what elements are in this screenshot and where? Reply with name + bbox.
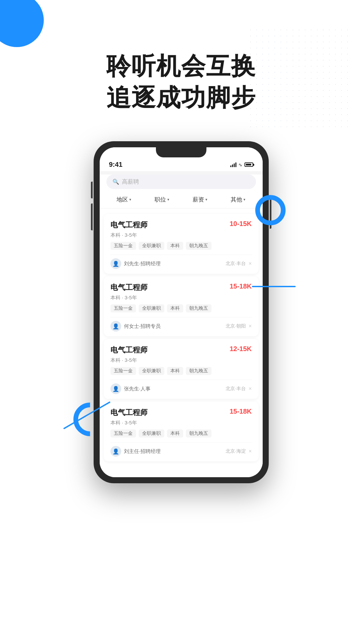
job-footer-2: 👤 张先生·人事 北京·丰台 × — [110, 380, 252, 394]
job-location-1: 北京·朝阳 × — [226, 323, 252, 329]
bg-circle-decoration — [0, 0, 44, 47]
location-text-3: 北京·海淀 — [226, 448, 246, 454]
job-meta-1: 本科 · 3-5年 — [110, 295, 252, 301]
job-tags-3: 五险一金 全职兼职 本科 朝九晚五 — [110, 429, 252, 438]
location-text-2: 北京·丰台 — [226, 386, 246, 392]
tag-1-2: 本科 — [167, 304, 183, 312]
recruiter-avatar-0: 👤 — [110, 258, 121, 269]
job-salary-2: 12-15K — [230, 345, 252, 353]
recruiter-name-1: 何女士·招聘专员 — [124, 323, 161, 330]
phone-content: 🔍 高薪聘 地区 ▾ 职位 ▾ 薪资 ▾ — [100, 175, 263, 477]
location-text-1: 北京·朝阳 — [226, 323, 246, 329]
recruiter-avatar-2: 👤 — [110, 383, 121, 394]
close-btn-3[interactable]: × — [249, 448, 252, 454]
filter-other-label: 其他 — [231, 196, 242, 203]
job-card-0[interactable]: 电气工程师 10-15K 本科 · 3-5年 五险一金 全职兼职 本科 朝九晚五 — [104, 214, 259, 274]
job-footer-3: 👤 刘主任·招聘经理 北京·海淀 × — [110, 442, 252, 457]
recruiter-info-0: 👤 刘先生·招聘经理 — [110, 258, 161, 269]
recruiter-name-2: 张先生·人事 — [124, 386, 151, 392]
filter-position-label: 职位 — [155, 196, 166, 203]
job-card-1-header: 电气工程师 15-18K — [110, 282, 252, 293]
filter-position[interactable]: 职位 ▾ — [155, 196, 169, 203]
phone-button-volume — [91, 203, 93, 230]
search-icon: 🔍 — [112, 179, 119, 185]
job-meta-0: 本科 · 3-5年 — [110, 232, 252, 238]
tag-2-1: 全职兼职 — [139, 367, 164, 375]
signal-icon — [230, 162, 236, 167]
phone-frame: 9:41 ∿ 🔍 高薪聘 — [94, 141, 269, 483]
filter-bar: 地区 ▾ 职位 ▾ 薪资 ▾ 其他 ▾ — [100, 194, 263, 209]
battery-icon — [244, 162, 253, 167]
filter-salary-arrow: ▾ — [205, 197, 207, 202]
job-salary-1: 15-18K — [230, 282, 252, 290]
job-card-3-header: 电气工程师 15-18K — [110, 408, 252, 418]
tag-3-1: 全职兼职 — [139, 429, 164, 438]
search-bar[interactable]: 🔍 高薪聘 — [106, 175, 256, 189]
job-tags-1: 五险一金 全职兼职 本科 朝九晚五 — [110, 304, 252, 312]
status-icons: ∿ — [230, 162, 253, 167]
phone-mockup: 9:41 ∿ 🔍 高薪聘 — [94, 141, 269, 483]
close-btn-1[interactable]: × — [249, 323, 252, 329]
job-title-0: 电气工程师 — [110, 220, 147, 230]
job-card-3[interactable]: 电气工程师 15-18K 本科 · 3-5年 五险一金 全职兼职 本科 朝九晚五 — [104, 402, 259, 461]
filter-area-label: 地区 — [117, 196, 128, 203]
tag-2-3: 朝九晚五 — [186, 367, 211, 375]
tag-0-1: 全职兼职 — [139, 242, 164, 250]
recruiter-name-3: 刘主任·招聘经理 — [124, 448, 161, 455]
search-placeholder: 高薪聘 — [122, 178, 139, 186]
location-text-0: 北京·丰台 — [226, 261, 246, 267]
hero-section: 聆听机会互换 追逐成功脚步 — [0, 50, 362, 113]
tag-1-3: 朝九晚五 — [186, 304, 211, 312]
recruiter-info-1: 👤 何女士·招聘专员 — [110, 321, 161, 332]
filter-other[interactable]: 其他 ▾ — [231, 196, 245, 203]
job-footer-1: 👤 何女士·招聘专员 北京·朝阳 × — [110, 317, 252, 332]
job-location-2: 北京·丰台 × — [226, 386, 252, 392]
phone-notch — [156, 147, 206, 157]
job-list: 电气工程师 10-15K 本科 · 3-5年 五险一金 全职兼职 本科 朝九晚五 — [100, 209, 263, 467]
recruiter-name-0: 刘先生·招聘经理 — [124, 261, 161, 267]
tag-0-0: 五险一金 — [110, 242, 136, 250]
status-time: 9:41 — [109, 161, 123, 168]
job-tags-0: 五险一金 全职兼职 本科 朝九晚五 — [110, 242, 252, 250]
hero-title-line1: 聆听机会互换 — [0, 50, 362, 82]
job-salary-3: 15-18K — [230, 408, 252, 415]
recruiter-avatar-1: 👤 — [110, 321, 121, 332]
wifi-icon: ∿ — [238, 162, 242, 167]
filter-salary[interactable]: 薪资 ▾ — [193, 196, 207, 203]
filter-position-arrow: ▾ — [167, 197, 169, 202]
recruiter-info-3: 👤 刘主任·招聘经理 — [110, 446, 161, 457]
filter-other-arrow: ▾ — [243, 197, 245, 202]
job-card-1[interactable]: 电气工程师 15-18K 本科 · 3-5年 五险一金 全职兼职 本科 朝九晚五 — [104, 276, 259, 336]
job-salary-0: 10-15K — [230, 220, 252, 228]
tag-1-0: 五险一金 — [110, 304, 136, 312]
tag-2-0: 五险一金 — [110, 367, 136, 375]
job-footer-0: 👤 刘先生·招聘经理 北京·丰台 × — [110, 255, 252, 269]
phone-screen: 9:41 ∿ 🔍 高薪聘 — [100, 147, 263, 477]
filter-salary-label: 薪资 — [193, 196, 204, 203]
close-btn-0[interactable]: × — [249, 261, 252, 267]
tag-3-2: 本科 — [167, 429, 183, 438]
job-card-2-header: 电气工程师 12-15K — [110, 345, 252, 355]
hero-title-line2: 追逐成功脚步 — [0, 82, 362, 114]
tag-0-2: 本科 — [167, 242, 183, 250]
job-location-0: 北京·丰台 × — [226, 261, 252, 267]
tag-0-3: 朝九晚五 — [186, 242, 211, 250]
job-tags-2: 五险一金 全职兼职 本科 朝九晚五 — [110, 367, 252, 375]
job-title-3: 电气工程师 — [110, 408, 147, 418]
blue-line-right-decoration — [252, 286, 296, 287]
job-meta-2: 本科 · 3-5年 — [110, 357, 252, 364]
job-card-2[interactable]: 电气工程师 12-15K 本科 · 3-5年 五险一金 全职兼职 本科 朝九晚五 — [104, 339, 259, 399]
job-card-0-header: 电气工程师 10-15K — [110, 220, 252, 230]
filter-area-arrow: ▾ — [129, 197, 131, 202]
tag-2-2: 本科 — [167, 367, 183, 375]
job-title-2: 电气工程师 — [110, 345, 147, 355]
job-title-1: 电气工程师 — [110, 282, 147, 293]
close-btn-2[interactable]: × — [249, 386, 252, 392]
job-meta-3: 本科 · 3-5年 — [110, 420, 252, 426]
blue-circle-decoration — [255, 195, 286, 225]
job-location-3: 北京·海淀 × — [226, 448, 252, 454]
tag-3-0: 五险一金 — [110, 429, 136, 438]
recruiter-avatar-3: 👤 — [110, 446, 121, 457]
filter-area[interactable]: 地区 ▾ — [117, 196, 131, 203]
tag-3-3: 朝九晚五 — [186, 429, 211, 438]
